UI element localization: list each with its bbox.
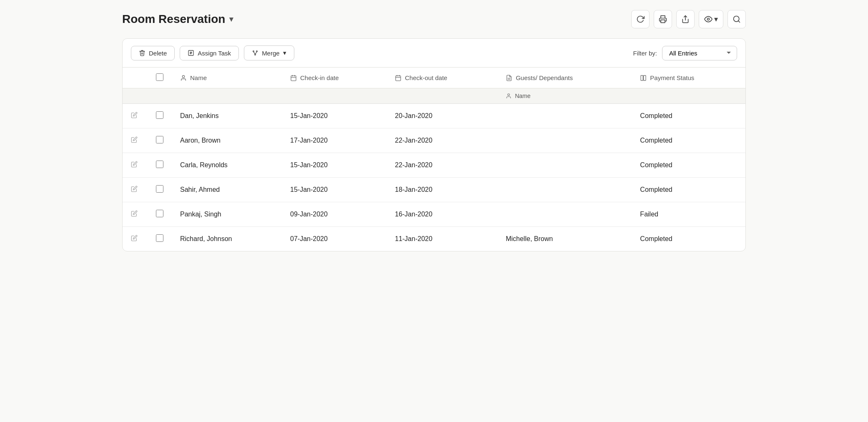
row-checkbox[interactable] bbox=[156, 136, 163, 143]
svg-line-13 bbox=[255, 52, 257, 54]
view-button[interactable]: ▾ bbox=[699, 10, 723, 28]
guests-cell: Michelle, Brown bbox=[497, 227, 632, 251]
check-col-header bbox=[148, 68, 172, 88]
assign-task-button[interactable]: Assign Task bbox=[180, 46, 239, 60]
name-cell: Sahir, Ahmed bbox=[172, 178, 282, 202]
svg-rect-25 bbox=[641, 75, 643, 80]
delete-label: Delete bbox=[149, 50, 167, 57]
sub-checkin bbox=[282, 88, 386, 104]
person-icon bbox=[180, 75, 187, 81]
checkin-cell: 17-Jan-2020 bbox=[282, 128, 386, 153]
edit-icon[interactable] bbox=[131, 236, 138, 243]
checkin-cell: 07-Jan-2020 bbox=[282, 227, 386, 251]
edit-cell bbox=[123, 128, 148, 153]
page-title: Room Reservation ▾ bbox=[122, 13, 233, 26]
payment-cell: Completed bbox=[632, 178, 745, 202]
payment-cell: Completed bbox=[632, 153, 745, 178]
top-bar: Room Reservation ▾ bbox=[122, 10, 746, 28]
edit-icon[interactable] bbox=[131, 211, 138, 218]
checkout-cell: 11-Jan-2020 bbox=[386, 227, 497, 251]
search-button[interactable] bbox=[728, 10, 746, 28]
filter-select[interactable]: All Entries Completed Failed bbox=[662, 46, 737, 60]
edit-cell bbox=[123, 178, 148, 202]
trash-icon bbox=[139, 50, 146, 56]
top-icons-group: ▾ bbox=[631, 10, 746, 28]
refresh-icon bbox=[636, 15, 645, 23]
row-check-cell bbox=[148, 153, 172, 178]
checkout-cell: 16-Jan-2020 bbox=[386, 202, 497, 227]
guests-cell bbox=[497, 153, 632, 178]
action-col-header bbox=[123, 68, 148, 88]
refresh-button[interactable] bbox=[631, 10, 650, 28]
checkin-cell: 15-Jan-2020 bbox=[282, 104, 386, 128]
checkout-col-header: Check-out date bbox=[386, 68, 497, 88]
merge-button[interactable]: Merge ▾ bbox=[244, 45, 294, 60]
print-button[interactable] bbox=[654, 10, 672, 28]
table-row: Aaron, Brown17-Jan-202022-Jan-2020Comple… bbox=[123, 128, 745, 153]
row-checkbox[interactable] bbox=[156, 210, 163, 217]
edit-icon[interactable] bbox=[131, 162, 138, 169]
payment-cell: Completed bbox=[632, 227, 745, 251]
edit-icon[interactable] bbox=[131, 137, 138, 144]
table-header-row: Name Check-in date bbox=[123, 68, 745, 88]
table-row: Pankaj, Singh09-Jan-202016-Jan-2020Faile… bbox=[123, 202, 745, 227]
calendar-checkin-icon bbox=[290, 75, 297, 81]
row-checkbox[interactable] bbox=[156, 234, 163, 242]
sub-checkout bbox=[386, 88, 497, 104]
payment-col-label: Payment Status bbox=[650, 74, 694, 81]
table-row: Sahir, Ahmed15-Jan-202018-Jan-2020Comple… bbox=[123, 178, 745, 202]
share-icon bbox=[681, 15, 690, 23]
edit-cell bbox=[123, 153, 148, 178]
guests-cell bbox=[497, 128, 632, 153]
sub-check bbox=[148, 88, 172, 104]
checkin-col-header: Check-in date bbox=[282, 68, 386, 88]
edit-icon[interactable] bbox=[131, 186, 138, 193]
select-all-checkbox[interactable] bbox=[156, 73, 163, 81]
guests-col-header: Guests/ Dependants bbox=[497, 68, 632, 88]
row-check-cell bbox=[148, 227, 172, 251]
merge-label: Merge bbox=[262, 50, 280, 57]
page-title-chevron[interactable]: ▾ bbox=[229, 15, 233, 24]
row-check-cell bbox=[148, 104, 172, 128]
row-check-cell bbox=[148, 178, 172, 202]
row-checkbox[interactable] bbox=[156, 161, 163, 168]
guests-cell bbox=[497, 202, 632, 227]
filter-area: Filter by: All Entries Completed Failed bbox=[633, 46, 737, 60]
guests-col-label: Guests/ Dependants bbox=[516, 74, 573, 81]
row-check-cell bbox=[148, 128, 172, 153]
row-checkbox[interactable] bbox=[156, 111, 163, 119]
data-table: Name Check-in date bbox=[123, 68, 745, 251]
calendar-checkout-icon bbox=[395, 75, 401, 81]
row-checkbox[interactable] bbox=[156, 185, 163, 193]
sub-guests-name: Name bbox=[497, 88, 632, 104]
sub-header-row: Name bbox=[123, 88, 745, 104]
checkin-col-label: Check-in date bbox=[300, 74, 339, 81]
view-chevron: ▾ bbox=[714, 15, 718, 24]
sub-payment bbox=[632, 88, 745, 104]
svg-point-2 bbox=[707, 18, 710, 20]
table-row: Richard, Johnson07-Jan-202011-Jan-2020Mi… bbox=[123, 227, 745, 251]
name-cell: Richard, Johnson bbox=[172, 227, 282, 251]
filter-label: Filter by: bbox=[633, 50, 657, 57]
assign-task-label: Assign Task bbox=[198, 50, 231, 57]
table-row: Carla, Reynolds15-Jan-202022-Jan-2020Com… bbox=[123, 153, 745, 178]
assign-icon bbox=[188, 50, 194, 56]
edit-cell bbox=[123, 104, 148, 128]
name-cell: Pankaj, Singh bbox=[172, 202, 282, 227]
sub-action bbox=[123, 88, 148, 104]
delete-button[interactable]: Delete bbox=[131, 46, 175, 60]
share-button[interactable] bbox=[676, 10, 695, 28]
checkout-cell: 22-Jan-2020 bbox=[386, 153, 497, 178]
edit-icon[interactable] bbox=[131, 113, 138, 120]
edit-cell bbox=[123, 227, 148, 251]
columns-icon bbox=[640, 75, 647, 81]
svg-line-12 bbox=[253, 52, 255, 54]
guests-sub-label: Name bbox=[515, 93, 530, 99]
svg-rect-26 bbox=[644, 75, 646, 80]
name-cell: Carla, Reynolds bbox=[172, 153, 282, 178]
name-col-label: Name bbox=[190, 74, 207, 81]
svg-rect-15 bbox=[291, 75, 296, 80]
edit-cell bbox=[123, 202, 148, 227]
checkout-cell: 18-Jan-2020 bbox=[386, 178, 497, 202]
payment-col-header: Payment Status bbox=[632, 68, 745, 88]
